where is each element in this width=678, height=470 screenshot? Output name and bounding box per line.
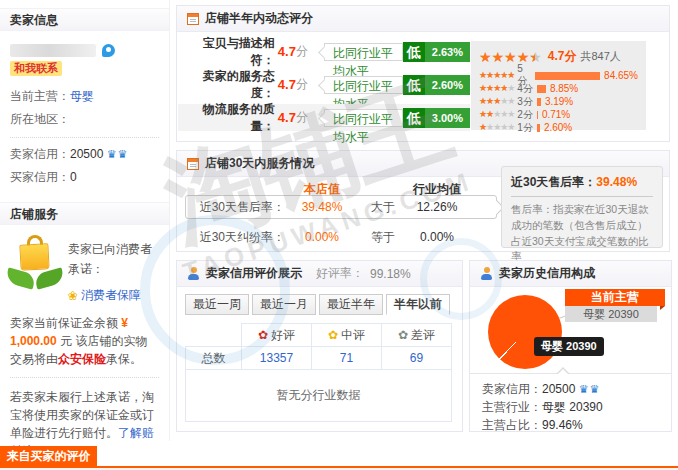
seller-info-page: 淘铺王 TAOPUWANG.COM 卖家信息 和我联系 当前主营：母婴 所在地区… <box>0 0 678 470</box>
avg-score: 4.7分 <box>548 48 577 65</box>
rater-count: 共847人 <box>580 49 620 64</box>
rating-panel-title: 卖家信用评价展示 <box>206 265 302 282</box>
dsr-panel-header: 店铺半年内动态评分 <box>177 6 669 32</box>
dsr-row-description: 宝贝与描述相符： 4.7分 比同行业平均水平低2.63% <box>178 38 470 65</box>
seller-credit-value: 20500 <box>70 147 103 161</box>
tab-last-month[interactable]: 最近一月 <box>252 294 316 315</box>
compare-badge: 比同行业平均水平低2.60% <box>324 75 470 95</box>
insurer-name: 众安保险 <box>58 352 106 366</box>
good-count-link[interactable]: 13357 <box>242 347 312 370</box>
region-row: 所在地区： <box>0 105 169 128</box>
user-icon <box>187 267 200 280</box>
history-info-rows: 卖家信用：20500 ♛♛ 主营行业：母婴 20390 主营占比：99.46% <box>482 380 603 434</box>
deposit-paragraph: 卖家当前保证金余额 ¥ 1,000.00 元 该店铺的实物交易将由众安保险承保。 <box>0 306 169 368</box>
good-rate-label: 好评率： <box>316 265 364 282</box>
service30-panel: 店铺30天内服务情况 本店值 行业均值 近30天售后率： 39.48% 大于 1… <box>176 150 670 252</box>
divider <box>10 377 159 378</box>
stars-icon: ★★★★★★★★★★ <box>479 123 514 132</box>
compare-badge: 比同行业平均水平低2.63% <box>324 42 470 62</box>
bad-review-header: ✿差评 <box>382 324 452 347</box>
dist-bar <box>535 72 600 80</box>
star-distribution: ★★★★★★★★★★ 5分 84.65% ★★★★★★★★★★ 4分 8.85%… <box>479 69 638 134</box>
history-share-row: 主营占比：99.46% <box>482 416 603 434</box>
main-category-link[interactable]: 母婴 <box>70 89 94 103</box>
seller-name-row: 和我联系 <box>0 31 169 77</box>
star-summary-box: ★★★★★★★★★★ 4.7分 共847人 ★★★★★★★★★★ 5分 84.6… <box>471 41 646 130</box>
crown-icons: ♛♛ <box>107 148 129 160</box>
good-review-header: ✿好评 <box>242 324 312 347</box>
history-panel-header: 卖家历史信用构成 <box>470 261 671 287</box>
credit-pie-chart[interactable] <box>488 295 562 369</box>
neutral-count-link[interactable]: 71 <box>312 347 382 370</box>
neutral-review-icon: ✿ <box>328 328 338 342</box>
current-main-ribbon: 当前主营 <box>565 289 665 306</box>
dist-bar <box>537 111 538 119</box>
dist-row-4: ★★★★★★★★★★ 4分 8.85% <box>479 82 638 95</box>
dsr-panel-title: 店铺半年内动态评分 <box>205 10 313 27</box>
dsr-row-service: 卖家的服务态度： 4.7分 比同行业平均水平低2.60% <box>178 71 470 98</box>
detail-description: 售后率：指卖家在近30天退款成功的笔数（包含售后成立）占近30天支付宝成交笔数的… <box>511 202 653 265</box>
aftersale-rate-row: 近30天售后率： 39.48% 大于 12.26% <box>177 195 497 219</box>
promise-text-block: 卖家已向消费者承诺： ❀消费者保障 <box>68 233 163 306</box>
avg-star-line: ★★★★★★★★★★ 4.7分 共847人 <box>479 48 638 65</box>
contact-me-badge[interactable]: 和我联系 <box>10 61 62 76</box>
history-industry-row: 主营行业：母婴 20390 <box>482 398 603 416</box>
compare-badge: 比同行业平均水平低3.00% <box>324 108 470 128</box>
neutral-review-header: ✿中评 <box>312 324 382 347</box>
deposit-prefix: 卖家当前保证金余额 <box>10 316 118 330</box>
consumer-guarantee-link[interactable]: 消费者保障 <box>81 288 141 302</box>
pie-tooltip: 母婴 20390 <box>534 337 604 356</box>
buyer-credit-value: 0 <box>70 170 77 184</box>
dispute-rate-row: 近30天纠纷率： 0.00% 等于 0.00% <box>177 225 497 249</box>
divider-with-notch <box>470 373 671 374</box>
promise-label: 卖家已向消费者承诺： <box>68 239 163 279</box>
dist-row-3: ★★★★★★★★★★ 3分 3.19% <box>479 95 638 108</box>
rating-table: ✿好评 ✿中评 ✿差评 总数 13357 71 69 暂无分行业数据 <box>185 323 452 422</box>
rating-table-total-row: 总数 13357 71 69 <box>186 347 452 370</box>
rating-panel: 卖家信用评价展示 好评率：99.18% 最近一周 最近一月 最近半年 半年以前 … <box>176 260 463 432</box>
shop-service-header: 店铺服务 <box>0 202 169 225</box>
history-panel-title: 卖家历史信用构成 <box>499 265 595 282</box>
history-credit-row: 卖家信用：20500 ♛♛ <box>482 380 603 398</box>
hands-bag-icon <box>8 233 62 289</box>
dist-row-2: ★★★★★★★★★★ 2分 0.71% <box>479 108 638 121</box>
guarantee-flower-icon: ❀ <box>68 289 78 303</box>
service-promise-block: 卖家已向消费者承诺： ❀消费者保障 <box>0 225 169 306</box>
detail-title: 近30天售后率：39.48% <box>511 174 653 191</box>
buyer-reviews-tab[interactable]: 来自买家的评价 <box>0 446 97 467</box>
service30-panel-title: 店铺30天内服务情况 <box>205 155 314 172</box>
dist-bar <box>537 124 540 132</box>
ribbon-category-value: 母婴 20390 <box>565 306 657 322</box>
bad-count-link[interactable]: 69 <box>382 347 452 370</box>
region-label: 所在地区： <box>10 112 70 126</box>
buyer-credit-row: 买家信用：0 <box>0 163 169 186</box>
sidebar: 卖家信息 和我联系 当前主营：母婴 所在地区： 卖家信用：20500 ♛♛ 买家… <box>0 0 170 441</box>
dist-bar <box>537 98 541 106</box>
rating-table-empty-row: 暂无分行业数据 <box>186 370 452 422</box>
seller-credit-row: 卖家信用：20500 ♛♛ <box>0 140 169 163</box>
tab-last-half-year[interactable]: 最近半年 <box>319 294 383 315</box>
dist-row-5: ★★★★★★★★★★ 5分 84.65% <box>479 69 638 82</box>
wangwang-icon[interactable] <box>102 44 115 57</box>
rating-table-header: ✿好评 ✿中评 ✿差评 <box>186 324 452 347</box>
deposit-suffix: 元 <box>60 334 72 348</box>
stars-icon: ★★★★★★★★★★ <box>479 97 514 106</box>
main-category-row: 当前主营：母婴 <box>0 77 169 105</box>
calendar-icon <box>187 158 199 170</box>
bad-review-icon: ✿ <box>398 328 408 342</box>
stars-icon: ★★★★★★★★★★ <box>479 84 514 93</box>
insure-suffix: 承保。 <box>106 352 142 366</box>
seller-name-blurred <box>10 44 96 57</box>
dsr-panel: 店铺半年内动态评分 宝贝与描述相符： 4.7分 比同行业平均水平低2.63% 卖… <box>176 5 670 142</box>
tab-before-half-year[interactable]: 半年以前 <box>386 294 450 315</box>
calendar-icon <box>187 13 199 25</box>
no-industry-data-text: 暂无分行业数据 <box>186 370 452 422</box>
seller-info-header: 卖家信息 <box>0 8 169 31</box>
total-label: 总数 <box>186 347 242 370</box>
user-icon <box>480 267 493 280</box>
seller-credit-label: 卖家信用： <box>10 147 70 161</box>
dist-bar <box>537 85 546 93</box>
tab-last-week[interactable]: 最近一周 <box>185 294 249 315</box>
divider <box>10 137 159 138</box>
good-review-icon: ✿ <box>258 328 268 342</box>
